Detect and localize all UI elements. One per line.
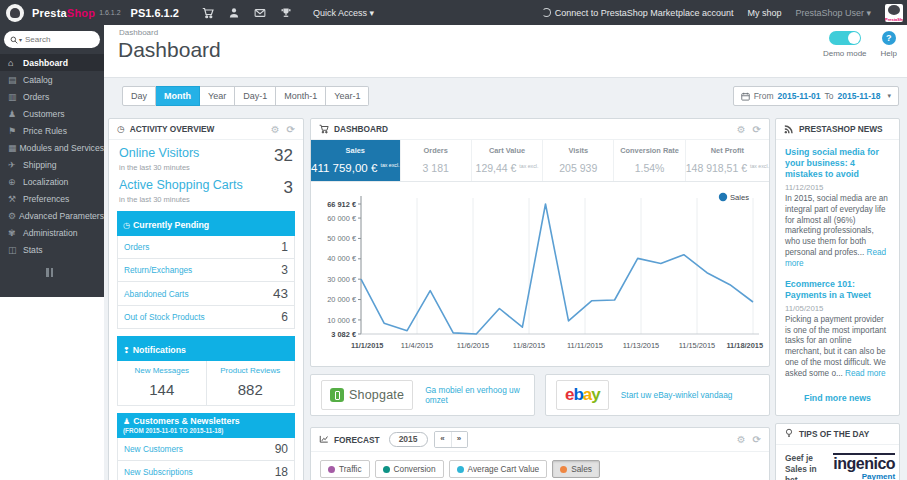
dashboard-panel-title: DASHBOARD [334, 124, 388, 134]
svg-text:66 912 €: 66 912 € [327, 200, 356, 209]
refresh-icon[interactable]: ⟳ [287, 124, 295, 135]
product-reviews-stat: Product Reviews882 [206, 361, 295, 405]
shopgate-link[interactable]: Ga mobiel en verhoog uw omzet [425, 385, 524, 405]
help-icon[interactable]: ? [882, 31, 896, 45]
sidebar-item-shipping[interactable]: ✈Shipping [0, 156, 104, 173]
my-shop-link[interactable]: My shop [747, 8, 781, 18]
average-cart-value-dot-icon [457, 466, 464, 473]
cart-icon [319, 124, 329, 135]
toggle-conversion[interactable]: Conversion [375, 460, 444, 478]
tips-headline: Geef je Sales in het buitenland een Boos… [785, 453, 827, 480]
demo-mode-label: Demo mode [823, 49, 867, 58]
sidebar-item-price-rules[interactable]: ⚑Price Rules [0, 122, 104, 139]
dashboard-panel: DASHBOARD ⚙⟳ Sales411 759,00 € tax excl.… [310, 118, 770, 367]
range-year-button[interactable]: Year [200, 86, 235, 106]
gear-icon[interactable]: ⚙ [737, 124, 746, 135]
forward-icon[interactable]: » [451, 432, 467, 447]
chevron-down-icon: ▾ [887, 92, 891, 100]
ebay-link[interactable]: Start uw eBay-winkel vandaag [621, 390, 733, 400]
range-day-1-button[interactable]: Day-1 [235, 86, 276, 106]
refresh-icon[interactable]: ⟳ [753, 124, 761, 135]
quick-access-menu[interactable]: Quick Access ▾ [313, 8, 374, 18]
sidebar-item-stats[interactable]: ◫Stats [0, 241, 104, 258]
news-article-excerpt: In 2015, social media are an integral pa… [785, 194, 890, 270]
sidebar-item-orders[interactable]: ▥Orders [0, 88, 104, 105]
toggle-sales[interactable]: Sales [552, 460, 600, 478]
svg-text:Sales: Sales [730, 193, 749, 202]
prestashop-logo-icon [6, 4, 24, 22]
marketplace-icon [542, 8, 551, 17]
user-avatar[interactable]: PrestaShop [885, 4, 903, 22]
search-input[interactable] [25, 35, 83, 44]
kpi-tab-sales[interactable]: Sales411 759,00 € tax excl. [311, 140, 400, 181]
gear-icon[interactable]: ⚙ [737, 434, 746, 445]
help-label: Help [881, 49, 897, 58]
table-row: New Customers90 [117, 438, 295, 461]
active-carts-link[interactable]: Active Shopping Carts [119, 178, 243, 192]
shop-name[interactable]: PS1.6.1.2 [131, 7, 179, 19]
sidebar-collapse-button[interactable] [46, 268, 104, 277]
online-visitors-link[interactable]: Online Visitors [119, 146, 199, 160]
demo-mode-toggle[interactable] [829, 31, 861, 45]
kpi-tab-conversion-rate[interactable]: Conversion Rate1.54% [613, 140, 684, 181]
range-day-button[interactable]: Day [122, 86, 156, 106]
help-control: ? Help [881, 31, 897, 58]
sidebar-item-advanced-parameters[interactable]: ⚙Advanced Parameters [0, 207, 104, 224]
range-month-button[interactable]: Month [156, 86, 200, 106]
cart-icon[interactable] [195, 4, 221, 22]
table-row: Abandoned Carts43 [117, 282, 295, 306]
new-messages-stat: New Messages144 [118, 361, 206, 405]
gear-icon[interactable]: ⚙ [271, 124, 280, 135]
backward-icon[interactable]: « [435, 432, 451, 447]
sidebar-item-customers[interactable]: ♟Customers [0, 105, 104, 122]
svg-text:11/15/2015: 11/15/2015 [679, 341, 715, 350]
find-more-news-link[interactable]: Find more news [785, 389, 890, 411]
trophy-icon[interactable] [273, 4, 299, 22]
refresh-icon[interactable]: ⟳ [753, 434, 761, 445]
kpi-tab-cart-value[interactable]: Cart Value129,44 € tax excl. [471, 140, 542, 181]
price-rules-icon: ⚑ [8, 126, 23, 136]
sidebar-item-localization[interactable]: ⊕Localization [0, 173, 104, 190]
range-year-1-button[interactable]: Year-1 [326, 86, 369, 106]
marketplace-link[interactable]: Connect to PrestaShop Marketplace accoun… [542, 8, 734, 18]
table-row: Orders1 [117, 236, 295, 259]
forecast-year[interactable]: 2015 [389, 432, 428, 447]
ebay-promo-card: e b a y Start uw eBay-winkel vandaag [545, 374, 770, 416]
kpi-tab-net-profit[interactable]: Net Profit148 918,51 € tax excl. [685, 140, 769, 181]
active-carts-value: 3 [284, 178, 293, 198]
svg-text:3 082 €: 3 082 € [331, 330, 356, 339]
table-row: Out of Stock Products6 [117, 306, 295, 329]
catalog-icon: ▤ [8, 75, 23, 85]
svg-text:11/1/2015: 11/1/2015 [351, 341, 383, 350]
stats-icon: ◫ [8, 245, 23, 255]
toggle-traffic[interactable]: Traffic [320, 460, 370, 478]
news-article: Using social media for your business: 4 … [785, 147, 890, 270]
breadcrumb[interactable]: Dashboard [119, 28, 158, 37]
employee-icon[interactable] [221, 4, 247, 22]
search-scope-caret[interactable]: ▾ [19, 36, 22, 43]
sidebar-item-preferences[interactable]: ⚒Preferences [0, 190, 104, 207]
messages-icon[interactable] [247, 4, 273, 22]
sidebar-item-dashboard[interactable]: ⌂Dashboard [0, 54, 104, 71]
date-range-picker[interactable]: From2015-11-01 To2015-11-18 ▾ [733, 86, 899, 106]
sales-chart: 66 912 €60 000 €50 000 €40 000 €30 000 €… [311, 182, 769, 366]
activity-overview-panel: ◷ ACTIVITY OVERVIEW ⚙⟳ Online Visitors32… [108, 118, 304, 480]
sidebar-item-modules[interactable]: ▦Modules and Services [0, 139, 104, 156]
sidebar-item-administration[interactable]: ✾Administration [0, 224, 104, 241]
kpi-tab-orders[interactable]: Orders3 181 [400, 140, 471, 181]
news-article-title[interactable]: Ecommerce 101: Payments in a Tweet [785, 279, 890, 301]
toggle-average-cart-value[interactable]: Average Cart Value [449, 460, 548, 478]
news-article-title[interactable]: Using social media for your business: 4 … [785, 147, 890, 180]
read-more-link[interactable]: Read more [845, 369, 886, 378]
rss-icon [784, 124, 794, 135]
shopgate-logo: Shopgate [321, 380, 413, 410]
sidebar-item-catalog[interactable]: ▤Catalog [0, 71, 104, 88]
customers-icon: ♟ [123, 417, 130, 426]
range-month-1-button[interactable]: Month-1 [276, 86, 326, 106]
user-menu[interactable]: PrestaShop User ▾ [795, 8, 871, 18]
prestashop-news-panel: PRESTASHOP NEWS Using social media for y… [775, 118, 900, 416]
administration-icon: ✾ [8, 228, 23, 238]
forecast-panel: FORECAST 2015 « » ⚙⟳ Traffic Conversion … [310, 427, 770, 480]
sidebar-search[interactable]: ▾ [4, 31, 100, 48]
kpi-tab-visits[interactable]: Visits205 939 [542, 140, 613, 181]
